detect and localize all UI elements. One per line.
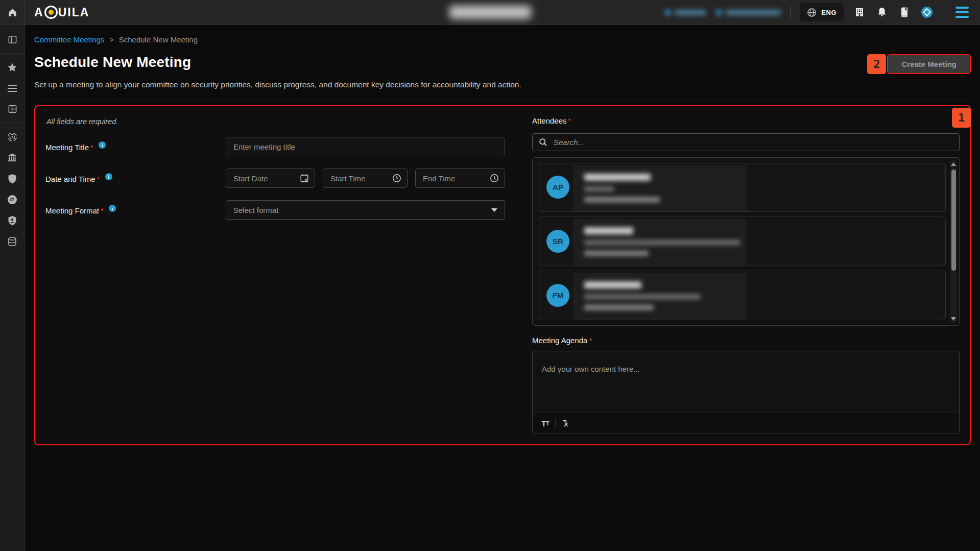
create-meeting-button[interactable]: Create Meeting xyxy=(888,55,970,73)
breadcrumb-current: Schedule New Meeting xyxy=(119,35,198,44)
agenda-editor-input[interactable]: Add your own content here... xyxy=(533,351,959,413)
building-icon[interactable] xyxy=(853,6,866,19)
attendee-list: AP SR FM xyxy=(532,157,960,326)
required-asterisk: * xyxy=(101,206,104,215)
language-selector[interactable]: ENG xyxy=(800,3,844,21)
meeting-format-select[interactable]: Select format xyxy=(226,200,505,220)
globe-icon xyxy=(807,8,817,17)
som-mark-2: 2 xyxy=(867,54,886,74)
layout-icon[interactable] xyxy=(0,99,25,119)
info-icon[interactable]: i xyxy=(99,141,106,149)
star-icon[interactable] xyxy=(0,57,25,78)
database-icon[interactable] xyxy=(0,231,25,252)
meeting-agenda-label: Meeting Agenda* xyxy=(532,336,960,345)
required-asterisk: * xyxy=(90,143,93,152)
topbar-divider xyxy=(790,6,791,19)
avatar: SR xyxy=(546,230,569,253)
nav-item-blurred-1[interactable] xyxy=(664,9,706,16)
scroll-up-icon[interactable] xyxy=(951,162,956,166)
target-icon[interactable] xyxy=(0,126,25,147)
list-icon[interactable] xyxy=(0,78,25,99)
start-time-input[interactable] xyxy=(323,174,407,183)
clear-formatting-icon[interactable] xyxy=(558,416,573,430)
org-title-blurred xyxy=(449,6,531,19)
avatar: FM xyxy=(546,284,569,307)
main-content: Committee Meetings > Schedule New Meetin… xyxy=(25,25,980,551)
toolbar-divider xyxy=(555,419,556,428)
required-asterisk: * xyxy=(97,175,100,183)
scrollbar-thumb[interactable] xyxy=(951,170,956,271)
app-logo[interactable]: A UILA xyxy=(34,6,89,19)
required-asterisk: * xyxy=(589,336,592,345)
meeting-format-label: Meeting Format* i xyxy=(45,200,226,215)
scroll-down-icon[interactable] xyxy=(951,317,956,321)
breadcrumb-separator: > xyxy=(110,36,114,44)
logo-text-suffix: UILA xyxy=(58,6,90,19)
sidebar xyxy=(0,25,25,551)
date-time-label: Date and Time* i xyxy=(45,169,226,183)
chevron-down-icon xyxy=(491,208,497,212)
agenda-editor: Add your own content here... TT xyxy=(532,351,960,434)
gauge-icon[interactable] xyxy=(0,189,25,210)
required-note: All fields are required. xyxy=(46,117,515,126)
menu-icon[interactable] xyxy=(955,7,969,18)
format-size-icon[interactable]: TT xyxy=(538,416,553,430)
meeting-format-value: Select format xyxy=(233,206,278,214)
panel-icon[interactable] xyxy=(0,29,25,50)
shield-icon[interactable] xyxy=(0,168,25,189)
create-meeting-action: 2 Create Meeting xyxy=(867,54,971,74)
nav-item-blurred-2[interactable] xyxy=(715,9,781,16)
compass-icon[interactable] xyxy=(920,6,934,19)
breadcrumb-committee-meetings[interactable]: Committee Meetings xyxy=(34,35,105,44)
attendee-details-blurred xyxy=(573,219,747,266)
attendee-details-blurred xyxy=(573,273,747,320)
bank-icon[interactable] xyxy=(0,147,25,168)
meeting-title-input[interactable] xyxy=(226,142,505,151)
home-button[interactable] xyxy=(0,0,25,25)
end-time-input[interactable] xyxy=(416,174,505,183)
home-icon xyxy=(8,8,17,17)
bell-icon[interactable] xyxy=(875,6,889,19)
attendees-label: Attendees* xyxy=(532,116,960,125)
header-divider xyxy=(34,101,971,101)
sidebar-divider xyxy=(0,53,25,54)
topbar: A UILA ENG xyxy=(0,0,980,25)
book-icon[interactable] xyxy=(898,6,911,19)
som-mark-1: 1 xyxy=(952,108,971,128)
attendee-search-input[interactable] xyxy=(554,138,953,147)
attendee-row[interactable]: SR xyxy=(538,217,946,266)
info-icon[interactable]: i xyxy=(109,205,116,212)
breadcrumb: Committee Meetings > Schedule New Meetin… xyxy=(34,35,971,44)
sidebar-divider xyxy=(0,123,25,123)
som-outline-create: Create Meeting xyxy=(887,54,971,74)
page-subtitle: Set up a meeting to align your committee… xyxy=(34,80,971,89)
avatar: AP xyxy=(546,176,569,199)
page-title: Schedule New Meeting xyxy=(34,54,191,70)
attendee-row[interactable]: FM xyxy=(538,271,946,320)
attendee-details-blurred xyxy=(573,165,747,212)
language-label: ENG xyxy=(821,9,836,16)
required-asterisk: * xyxy=(568,116,571,125)
topbar-divider xyxy=(943,6,943,19)
start-date-input[interactable] xyxy=(226,174,315,183)
info-icon[interactable]: i xyxy=(105,173,112,180)
attendee-scrollbar[interactable] xyxy=(950,160,957,323)
schedule-meeting-form: 1 All fields are required. Meeting Title… xyxy=(34,105,971,445)
logo-q-mark xyxy=(44,6,58,19)
logo-text-prefix: A xyxy=(34,6,44,19)
attendee-row[interactable]: AP xyxy=(538,163,946,212)
attendee-search xyxy=(532,133,960,151)
meeting-title-label: Meeting Title* i xyxy=(45,137,226,152)
search-icon xyxy=(539,138,547,147)
shield-user-icon[interactable] xyxy=(0,210,25,231)
agenda-toolbar: TT xyxy=(533,413,959,434)
